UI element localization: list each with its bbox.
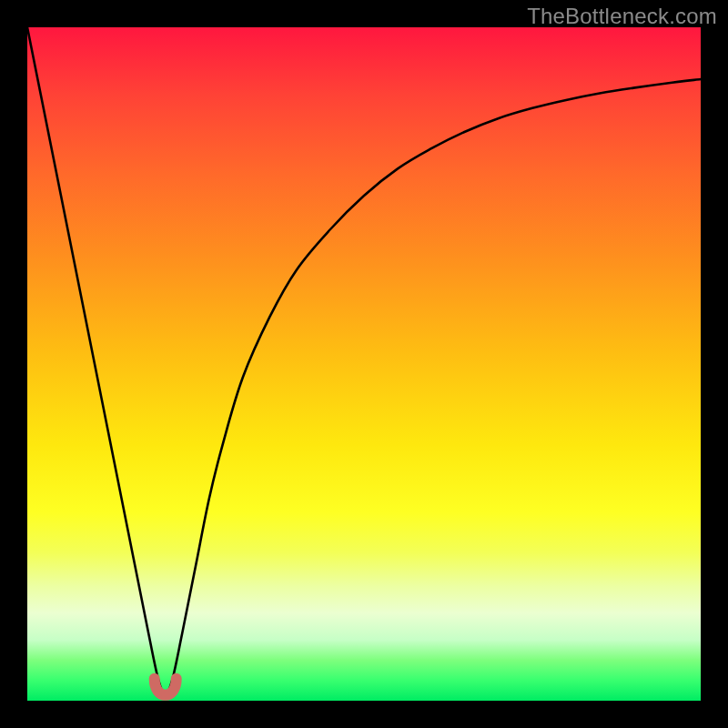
bottleneck-curve — [27, 27, 701, 694]
outer-frame: TheBottleneck.com — [0, 0, 728, 728]
curve-svg — [27, 27, 701, 701]
plot-area — [27, 27, 701, 701]
watermark-text: TheBottleneck.com — [527, 4, 717, 29]
minimum-bump-icon — [155, 679, 177, 695]
